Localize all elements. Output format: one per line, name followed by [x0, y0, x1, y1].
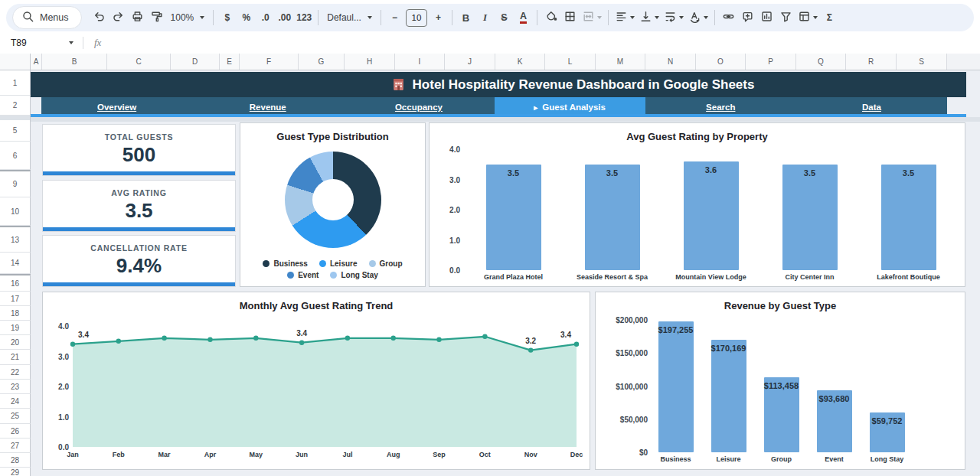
- insert-comment-icon[interactable]: [738, 8, 757, 28]
- row-header-25[interactable]: 25: [0, 409, 31, 424]
- horizontal-align-icon[interactable]: [612, 8, 637, 28]
- functions-button[interactable]: Σ: [820, 8, 839, 28]
- legend-swatch: [369, 260, 376, 267]
- insert-link-icon[interactable]: [719, 8, 738, 28]
- row-header-16[interactable]: 16: [0, 274, 31, 292]
- paint-format-icon[interactable]: [147, 8, 166, 28]
- column-header-b[interactable]: B: [42, 54, 107, 70]
- increase-font-size-button[interactable]: +: [429, 8, 448, 28]
- column-header-h[interactable]: H: [345, 54, 395, 70]
- column-header-a[interactable]: A: [31, 54, 42, 70]
- row-header-1[interactable]: 1: [0, 70, 31, 96]
- data-point-feb: [116, 339, 121, 344]
- data-point-jun: [299, 341, 304, 345]
- row-header-23[interactable]: 23: [0, 380, 31, 394]
- column-header-l[interactable]: L: [545, 54, 596, 70]
- column-header-n[interactable]: N: [645, 54, 696, 70]
- menus-button[interactable]: Menus: [12, 6, 82, 29]
- text-color-button[interactable]: A: [514, 8, 533, 28]
- fill-color-icon[interactable]: [541, 8, 560, 28]
- row-header-6[interactable]: 6: [0, 142, 31, 170]
- row-header-29[interactable]: 29: [0, 468, 31, 476]
- italic-button[interactable]: I: [475, 8, 495, 28]
- print-icon[interactable]: [128, 8, 147, 28]
- divider: [83, 37, 83, 49]
- row-header-28[interactable]: 28: [0, 453, 31, 468]
- strikethrough-button[interactable]: S: [495, 8, 514, 28]
- undo-icon[interactable]: [90, 8, 109, 28]
- row-header-26[interactable]: 26: [0, 424, 31, 439]
- row-header-5[interactable]: 5: [0, 120, 31, 142]
- y-axis-tick: 4.0: [31, 322, 69, 331]
- column-header-k[interactable]: K: [495, 54, 545, 70]
- tab-label: Occupancy: [395, 103, 443, 112]
- legend-item-business: Business: [263, 259, 307, 268]
- row-header-2[interactable]: 2: [0, 96, 31, 116]
- format-currency-button[interactable]: $: [217, 8, 237, 28]
- data-point-jul: [345, 336, 350, 341]
- column-header-f[interactable]: F: [240, 54, 299, 70]
- row-header-21[interactable]: 21: [0, 350, 31, 365]
- y-axis-tick: $100,000: [602, 382, 648, 390]
- legend-swatch: [319, 260, 326, 267]
- vertical-align-icon[interactable]: [637, 8, 662, 28]
- row-header-14[interactable]: 14: [0, 253, 31, 274]
- column-header-g[interactable]: G: [299, 54, 345, 70]
- borders-icon[interactable]: [560, 8, 580, 28]
- table-views-icon[interactable]: [795, 8, 820, 28]
- column-header-c[interactable]: C: [107, 54, 171, 70]
- text-rotation-icon[interactable]: [686, 8, 710, 28]
- column-header-d[interactable]: D: [171, 54, 220, 70]
- more-formats-button[interactable]: 123: [294, 8, 314, 28]
- column-header-j[interactable]: J: [445, 54, 495, 70]
- row-header-20[interactable]: 20: [0, 335, 31, 350]
- row-header-9[interactable]: 9: [0, 170, 31, 197]
- text-wrap-icon[interactable]: [662, 8, 686, 28]
- column-header-q[interactable]: Q: [796, 54, 846, 70]
- font-select[interactable]: Defaul...: [322, 8, 377, 28]
- row-header-22[interactable]: 22: [0, 365, 31, 380]
- row-header-19[interactable]: 19: [0, 321, 31, 335]
- dropdown-caret-icon: [704, 16, 708, 19]
- more-formats-button-label: 123: [296, 12, 312, 23]
- column-header-e[interactable]: E: [220, 54, 240, 70]
- legend-swatch: [330, 272, 337, 279]
- decrease-decimal-button-label: .0: [262, 12, 270, 23]
- format-percent-button[interactable]: %: [237, 8, 256, 28]
- row-header-18[interactable]: 18: [0, 306, 31, 321]
- hotel-emoji-icon: [391, 77, 406, 92]
- row-header-27[interactable]: 27: [0, 439, 31, 453]
- decrease-font-size-button[interactable]: −: [385, 8, 404, 28]
- legend-label: Event: [298, 271, 318, 279]
- x-label-dec: Dec: [561, 451, 592, 458]
- y-axis-tick: $200,000: [602, 316, 648, 324]
- increase-decimal-button-label: .00: [278, 12, 291, 23]
- row-header-24[interactable]: 24: [0, 394, 31, 409]
- x-label-jan: Jan: [57, 451, 88, 458]
- column-header-m[interactable]: M: [596, 54, 645, 70]
- column-header-o[interactable]: O: [696, 54, 746, 70]
- select-all-corner[interactable]: [0, 54, 31, 70]
- increase-decimal-button[interactable]: .00: [275, 8, 294, 28]
- y-axis-tick: 3.0: [414, 175, 460, 184]
- toolbar-divider: [537, 10, 537, 25]
- bold-button[interactable]: B: [456, 8, 475, 28]
- guest-type-distribution-chart: Guest Type Distribution BusinessLeisureG…: [240, 122, 426, 287]
- data-point-apr: [207, 337, 212, 342]
- column-header-i[interactable]: I: [395, 54, 445, 70]
- column-header-s[interactable]: S: [897, 54, 947, 70]
- font-size-input[interactable]: 10: [406, 9, 427, 27]
- decrease-decimal-button[interactable]: .0: [256, 8, 275, 28]
- zoom-select[interactable]: 100%: [166, 8, 210, 28]
- row-header-13[interactable]: 13: [0, 226, 31, 253]
- formula-input[interactable]: [110, 37, 980, 49]
- column-header-r[interactable]: R: [846, 54, 897, 70]
- redo-icon[interactable]: [109, 8, 128, 28]
- row-header-17[interactable]: 17: [0, 292, 31, 306]
- name-box[interactable]: T89: [0, 37, 74, 48]
- column-header-p[interactable]: P: [746, 54, 796, 70]
- row-header-10[interactable]: 10: [0, 197, 31, 226]
- create-filter-icon[interactable]: [776, 8, 795, 28]
- insert-chart-icon[interactable]: [757, 8, 776, 28]
- bar-value-label: 3.5: [563, 168, 662, 178]
